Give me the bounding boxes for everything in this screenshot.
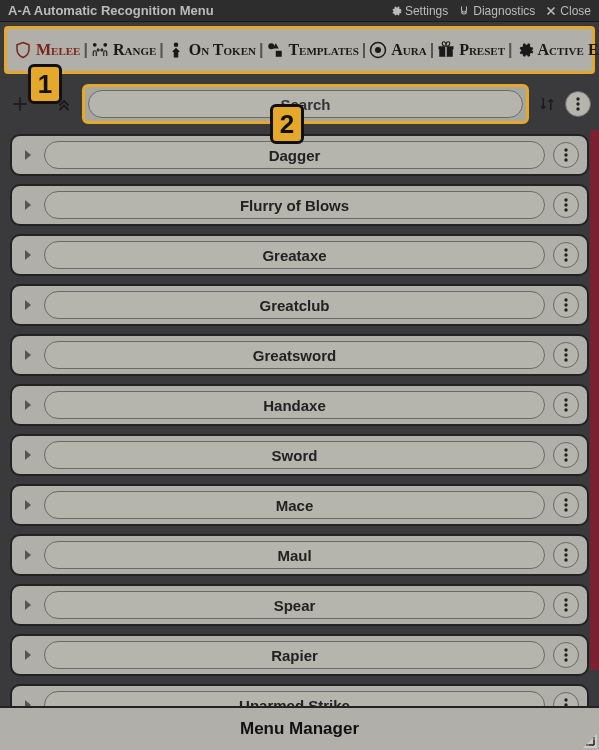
list-item: Greataxe (10, 234, 589, 276)
svg-point-38 (564, 553, 567, 556)
dots-vertical-icon (564, 248, 568, 262)
gears-icon (516, 41, 534, 59)
item-label[interactable]: Mace (44, 491, 545, 519)
item-menu-button[interactable] (553, 642, 579, 668)
svg-point-18 (564, 208, 567, 211)
svg-rect-9 (445, 46, 447, 57)
dots-vertical-icon (576, 97, 580, 111)
svg-point-13 (564, 148, 567, 151)
item-menu-button[interactable] (553, 292, 579, 318)
tab-on-token[interactable]: On Token (164, 41, 259, 59)
item-label[interactable]: Maul (44, 541, 545, 569)
close-button[interactable]: Close (545, 4, 591, 18)
expand-button[interactable] (20, 547, 36, 563)
shapes-icon (266, 41, 284, 59)
side-strip (590, 130, 599, 670)
item-menu-button[interactable] (553, 392, 579, 418)
footer-button[interactable]: Menu Manager (0, 706, 599, 750)
expand-button[interactable] (20, 647, 36, 663)
chevron-right-icon (23, 500, 33, 510)
gear-icon (390, 5, 402, 17)
svg-point-35 (564, 503, 567, 506)
tab-aura[interactable]: Aura (366, 41, 429, 59)
toolbar-menu-button[interactable] (565, 91, 591, 117)
diagnostics-button[interactable]: Diagnostics (458, 4, 535, 18)
list-item: Sword (10, 434, 589, 476)
item-menu-button[interactable] (553, 192, 579, 218)
item-menu-button[interactable] (553, 442, 579, 468)
item-label[interactable]: Handaxe (44, 391, 545, 419)
list-item: Greatclub (10, 284, 589, 326)
tab-melee[interactable]: Melee (11, 41, 83, 59)
svg-point-2 (174, 43, 179, 48)
svg-rect-4 (276, 51, 282, 57)
expand-button[interactable] (20, 597, 36, 613)
item-menu-button[interactable] (553, 492, 579, 518)
chevron-right-icon (23, 250, 33, 260)
expand-button[interactable] (20, 247, 36, 263)
chevron-right-icon (23, 450, 33, 460)
item-label[interactable]: Spear (44, 591, 545, 619)
svg-point-33 (564, 458, 567, 461)
svg-point-23 (564, 303, 567, 306)
dots-vertical-icon (564, 198, 568, 212)
item-menu-button[interactable] (553, 592, 579, 618)
item-menu-button[interactable] (553, 142, 579, 168)
chevron-right-icon (23, 300, 33, 310)
item-label[interactable]: Flurry of Blows (44, 191, 545, 219)
svg-point-10 (576, 97, 579, 100)
expand-button[interactable] (20, 397, 36, 413)
svg-point-29 (564, 403, 567, 406)
item-label[interactable]: Sword (44, 441, 545, 469)
gift-icon (437, 41, 455, 59)
callout-2: 2 (270, 104, 304, 144)
svg-point-28 (564, 398, 567, 401)
list-item: Spear (10, 584, 589, 626)
dots-vertical-icon (564, 448, 568, 462)
item-label[interactable]: Rapier (44, 641, 545, 669)
close-icon (545, 5, 557, 17)
svg-point-46 (564, 698, 567, 701)
svg-point-11 (576, 102, 579, 105)
expand-button[interactable] (20, 147, 36, 163)
dots-vertical-icon (564, 298, 568, 312)
svg-point-12 (576, 107, 579, 110)
svg-point-20 (564, 253, 567, 256)
item-menu-button[interactable] (553, 242, 579, 268)
svg-point-40 (564, 598, 567, 601)
sort-button[interactable] (535, 92, 559, 116)
settings-button[interactable]: Settings (390, 4, 448, 18)
expand-button[interactable] (20, 447, 36, 463)
svg-point-17 (564, 203, 567, 206)
dots-vertical-icon (564, 548, 568, 562)
svg-point-34 (564, 498, 567, 501)
svg-point-19 (564, 248, 567, 251)
tab-preset[interactable]: Preset (434, 41, 508, 59)
expand-button[interactable] (20, 347, 36, 363)
tab-active-effects[interactable]: Active Effects (513, 41, 600, 59)
item-label[interactable]: Greatsword (44, 341, 545, 369)
item-label[interactable]: Dagger (44, 141, 545, 169)
item-menu-button[interactable] (553, 542, 579, 568)
tab-range[interactable]: Range (88, 41, 159, 59)
window-titlebar: A-A Automatic Recognition Menu Settings … (0, 0, 599, 22)
list-item: Flurry of Blows (10, 184, 589, 226)
expand-button[interactable] (20, 297, 36, 313)
chevron-right-icon (23, 650, 33, 660)
item-label[interactable]: Greatclub (44, 291, 545, 319)
svg-point-1 (103, 43, 107, 47)
expand-button[interactable] (20, 197, 36, 213)
tab-templates[interactable]: Templates (263, 41, 361, 59)
dots-vertical-icon (564, 498, 568, 512)
svg-point-26 (564, 353, 567, 356)
list-item: Mace (10, 484, 589, 526)
item-menu-button[interactable] (553, 342, 579, 368)
search-input[interactable] (88, 90, 523, 118)
item-label[interactable]: Greataxe (44, 241, 545, 269)
resize-handle[interactable] (583, 734, 597, 748)
svg-point-15 (564, 158, 567, 161)
chevron-right-icon (23, 150, 33, 160)
chevron-right-icon (23, 400, 33, 410)
expand-button[interactable] (20, 497, 36, 513)
dots-vertical-icon (564, 348, 568, 362)
